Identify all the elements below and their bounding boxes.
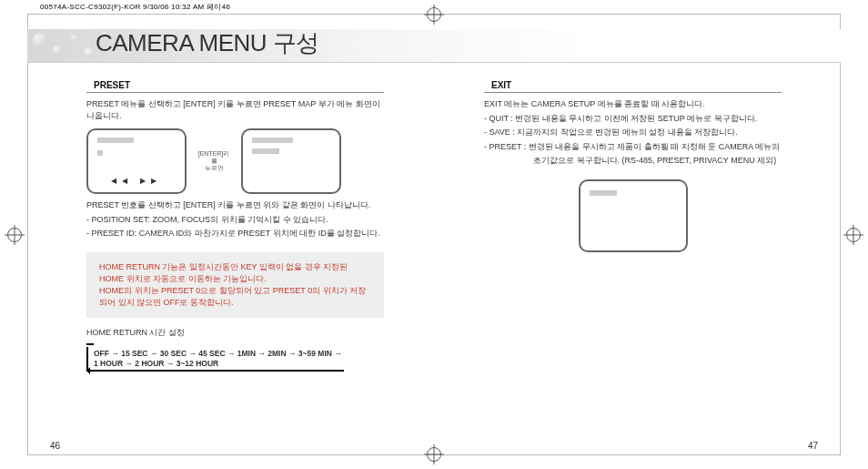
exit-line-2: - QUIT : 변경된 내용을 무시하고 이전에 저장된 SETUP 메뉴로 … bbox=[484, 113, 782, 125]
home-return-sequence: OFF → 15 SEC → 30 SEC → 45 SEC → 1MIN → … bbox=[86, 347, 344, 372]
nav-arrows-icon: ◀◀ ▶▶ bbox=[88, 177, 185, 185]
cropmark-left bbox=[7, 228, 22, 242]
preset-after-1: PRESET 번호를 선택하고 [ENTER] 키를 누르면 위와 같은 화면이… bbox=[86, 199, 384, 211]
doc-meta: 00574A-SCC-C9302(F)-KOR 9/30/06 10:32 AM… bbox=[40, 2, 230, 12]
screen-exit bbox=[579, 179, 688, 252]
right-column: EXIT EXIT 메뉴는 CAMERA SETUP 메뉴를 종료할 때 사용합… bbox=[434, 80, 832, 442]
enter-key-label: [ENTER]키를 누르면 bbox=[196, 150, 232, 173]
home-return-note-2: HOME의 위치는 PRESET 0으로 할당되어 있고 PRESET 0의 위… bbox=[99, 285, 371, 309]
content-columns: PRESET PRESET 메뉴를 선택하고 [ENTER] 키를 누르면 PR… bbox=[36, 80, 832, 442]
page-title: CAMERA MENU 구성 bbox=[96, 27, 319, 59]
preset-after-3: - PRESET ID: CAMERA ID와 마찬가지로 PRESET 위치에… bbox=[86, 228, 384, 240]
cropmark-bottom bbox=[427, 447, 441, 462]
exit-line-1: EXIT 메뉴는 CAMERA SETUP 메뉴를 종료할 때 사용합니다. bbox=[484, 98, 782, 110]
home-return-title: HOME RETURN 시간 설정 bbox=[86, 327, 384, 339]
home-return-note-1: HOME RETURN 기능은 일정시간동안 KEY 입력이 없을 경우 지정된… bbox=[99, 261, 371, 285]
page-number-left: 46 bbox=[50, 441, 60, 451]
screen-preset-detail bbox=[241, 128, 341, 194]
home-return-seq-1: OFF → 15 SEC → 30 SEC → 45 SEC → 1MIN → … bbox=[94, 349, 342, 359]
home-return-note: HOME RETURN 기능은 일정시간동안 KEY 입력이 없을 경우 지정된… bbox=[86, 252, 384, 318]
screen-preset-map: ◀◀ ▶▶ bbox=[86, 128, 187, 194]
exit-line-4: - PRESET : 변경된 내용을 무시하고 제품이 출하될 때 지정해 둔 … bbox=[484, 141, 782, 153]
cropmark-right bbox=[846, 228, 861, 242]
preset-intro: PRESET 메뉴를 선택하고 [ENTER] 키를 누르면 PRESET MA… bbox=[86, 98, 384, 121]
preset-section-title: PRESET bbox=[94, 80, 130, 90]
home-return-seq-2: 1 HOUR → 2 HOUR → 3~12 HOUR bbox=[94, 359, 342, 369]
left-column: PRESET PRESET 메뉴를 선택하고 [ENTER] 키를 누르면 PR… bbox=[36, 80, 434, 442]
page-number-right: 47 bbox=[808, 441, 818, 451]
exit-section-label: EXIT bbox=[484, 80, 782, 93]
exit-line-5: 초기값으로 복구합니다. (RS-485, PRESET, PRIVACY ME… bbox=[484, 155, 782, 167]
exit-line-3: - SAVE : 지금까지의 작업으로 변경된 메뉴의 설정 내용을 저장합니다… bbox=[484, 127, 782, 138]
cropmark-top bbox=[427, 7, 441, 22]
exit-section-title: EXIT bbox=[491, 80, 511, 90]
preset-after-2: - POSITION SET: ZOOM, FOCUS의 위치를 기억시킬 수 … bbox=[86, 214, 384, 226]
preset-section-label: PRESET bbox=[86, 80, 384, 93]
preset-screens: ◀◀ ▶▶ [ENTER]키를 누르면 bbox=[86, 128, 384, 194]
